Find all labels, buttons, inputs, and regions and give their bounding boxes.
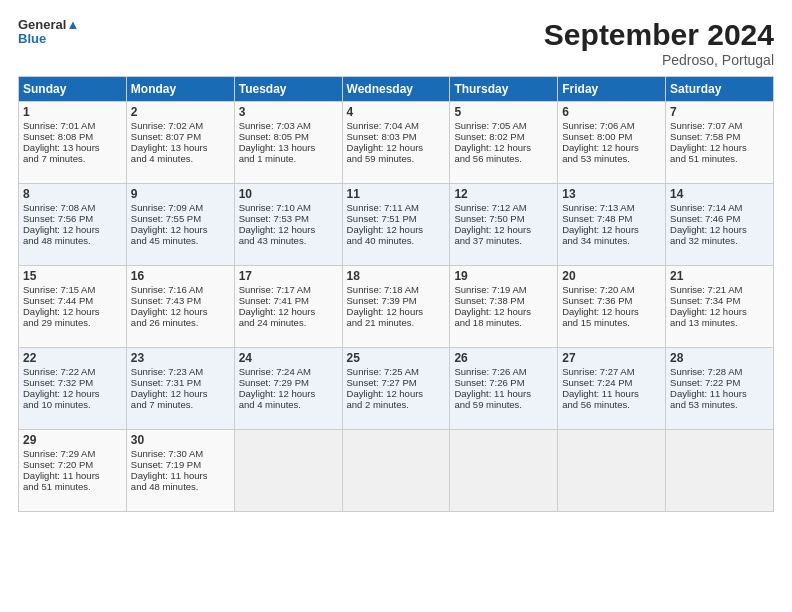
day-info: Sunrise: 7:01 AM <box>23 120 122 131</box>
col-sunday: Sunday <box>19 77 127 102</box>
table-row: 20Sunrise: 7:20 AMSunset: 7:36 PMDayligh… <box>558 266 666 348</box>
calendar-week-2: 8Sunrise: 7:08 AMSunset: 7:56 PMDaylight… <box>19 184 774 266</box>
table-row: 26Sunrise: 7:26 AMSunset: 7:26 PMDayligh… <box>450 348 558 430</box>
day-info: Sunrise: 7:08 AM <box>23 202 122 213</box>
day-number: 4 <box>347 105 446 119</box>
day-info: Daylight: 13 hours <box>23 142 122 153</box>
day-info: and 21 minutes. <box>347 317 446 328</box>
table-row: 4Sunrise: 7:04 AMSunset: 8:03 PMDaylight… <box>342 102 450 184</box>
day-number: 5 <box>454 105 553 119</box>
day-info: Sunset: 7:50 PM <box>454 213 553 224</box>
table-row <box>450 430 558 512</box>
calendar-week-1: 1Sunrise: 7:01 AMSunset: 8:08 PMDaylight… <box>19 102 774 184</box>
day-info: and 32 minutes. <box>670 235 769 246</box>
table-row: 28Sunrise: 7:28 AMSunset: 7:22 PMDayligh… <box>666 348 774 430</box>
day-info: Daylight: 13 hours <box>239 142 338 153</box>
day-info: Sunrise: 7:14 AM <box>670 202 769 213</box>
day-info: Sunset: 7:53 PM <box>239 213 338 224</box>
day-info: Daylight: 12 hours <box>131 224 230 235</box>
day-number: 3 <box>239 105 338 119</box>
day-number: 21 <box>670 269 769 283</box>
table-row: 16Sunrise: 7:16 AMSunset: 7:43 PMDayligh… <box>126 266 234 348</box>
day-info: and 7 minutes. <box>23 153 122 164</box>
day-info: and 10 minutes. <box>23 399 122 410</box>
table-row: 14Sunrise: 7:14 AMSunset: 7:46 PMDayligh… <box>666 184 774 266</box>
day-number: 2 <box>131 105 230 119</box>
day-number: 14 <box>670 187 769 201</box>
day-info: and 51 minutes. <box>670 153 769 164</box>
table-row: 18Sunrise: 7:18 AMSunset: 7:39 PMDayligh… <box>342 266 450 348</box>
col-tuesday: Tuesday <box>234 77 342 102</box>
day-number: 10 <box>239 187 338 201</box>
day-info: Sunset: 7:36 PM <box>562 295 661 306</box>
day-info: Daylight: 12 hours <box>23 224 122 235</box>
day-info: Sunset: 7:43 PM <box>131 295 230 306</box>
day-info: Sunset: 8:07 PM <box>131 131 230 142</box>
table-row <box>342 430 450 512</box>
day-info: Sunset: 7:58 PM <box>670 131 769 142</box>
day-info: Sunrise: 7:03 AM <box>239 120 338 131</box>
day-info: Sunrise: 7:25 AM <box>347 366 446 377</box>
day-info: Sunset: 7:22 PM <box>670 377 769 388</box>
day-number: 6 <box>562 105 661 119</box>
day-info: Daylight: 12 hours <box>562 306 661 317</box>
day-info: Sunrise: 7:09 AM <box>131 202 230 213</box>
day-info: Daylight: 12 hours <box>670 142 769 153</box>
day-info: Sunset: 7:26 PM <box>454 377 553 388</box>
day-info: Daylight: 11 hours <box>670 388 769 399</box>
day-info: Sunset: 7:44 PM <box>23 295 122 306</box>
day-info: and 40 minutes. <box>347 235 446 246</box>
table-row: 5Sunrise: 7:05 AMSunset: 8:02 PMDaylight… <box>450 102 558 184</box>
col-saturday: Saturday <box>666 77 774 102</box>
day-info: Daylight: 12 hours <box>454 142 553 153</box>
day-info: and 56 minutes. <box>454 153 553 164</box>
table-row: 6Sunrise: 7:06 AMSunset: 8:00 PMDaylight… <box>558 102 666 184</box>
day-info: Sunset: 7:32 PM <box>23 377 122 388</box>
day-info: Sunrise: 7:26 AM <box>454 366 553 377</box>
table-row: 21Sunrise: 7:21 AMSunset: 7:34 PMDayligh… <box>666 266 774 348</box>
day-info: Sunset: 7:34 PM <box>670 295 769 306</box>
logo-general: General▲ <box>18 18 79 32</box>
table-row: 12Sunrise: 7:12 AMSunset: 7:50 PMDayligh… <box>450 184 558 266</box>
day-number: 9 <box>131 187 230 201</box>
day-number: 19 <box>454 269 553 283</box>
day-info: Sunrise: 7:07 AM <box>670 120 769 131</box>
day-number: 28 <box>670 351 769 365</box>
table-row <box>558 430 666 512</box>
day-info: Sunset: 7:19 PM <box>131 459 230 470</box>
day-info: Daylight: 12 hours <box>239 306 338 317</box>
day-info: Daylight: 13 hours <box>131 142 230 153</box>
day-info: and 53 minutes. <box>670 399 769 410</box>
day-info: Sunrise: 7:16 AM <box>131 284 230 295</box>
day-number: 16 <box>131 269 230 283</box>
day-info: and 18 minutes. <box>454 317 553 328</box>
table-row: 10Sunrise: 7:10 AMSunset: 7:53 PMDayligh… <box>234 184 342 266</box>
day-info: Sunset: 7:29 PM <box>239 377 338 388</box>
header: General▲ Blue September 2024 Pedroso, Po… <box>18 18 774 68</box>
day-info: and 34 minutes. <box>562 235 661 246</box>
table-row: 30Sunrise: 7:30 AMSunset: 7:19 PMDayligh… <box>126 430 234 512</box>
day-info: Sunrise: 7:19 AM <box>454 284 553 295</box>
day-info: Sunrise: 7:11 AM <box>347 202 446 213</box>
day-number: 8 <box>23 187 122 201</box>
day-info: Sunset: 7:56 PM <box>23 213 122 224</box>
day-number: 7 <box>670 105 769 119</box>
table-row: 1Sunrise: 7:01 AMSunset: 8:08 PMDaylight… <box>19 102 127 184</box>
day-info: Sunset: 7:38 PM <box>454 295 553 306</box>
day-info: Sunrise: 7:13 AM <box>562 202 661 213</box>
day-number: 23 <box>131 351 230 365</box>
day-number: 20 <box>562 269 661 283</box>
month-title: September 2024 <box>544 18 774 52</box>
day-info: Daylight: 12 hours <box>131 306 230 317</box>
table-row: 9Sunrise: 7:09 AMSunset: 7:55 PMDaylight… <box>126 184 234 266</box>
day-info: Daylight: 12 hours <box>23 388 122 399</box>
day-info: Sunset: 7:27 PM <box>347 377 446 388</box>
table-row: 24Sunrise: 7:24 AMSunset: 7:29 PMDayligh… <box>234 348 342 430</box>
day-info: Daylight: 12 hours <box>239 388 338 399</box>
day-info: Sunset: 8:02 PM <box>454 131 553 142</box>
day-info: Sunrise: 7:18 AM <box>347 284 446 295</box>
day-number: 27 <box>562 351 661 365</box>
day-info: Daylight: 11 hours <box>23 470 122 481</box>
table-row <box>666 430 774 512</box>
day-info: Daylight: 12 hours <box>670 306 769 317</box>
